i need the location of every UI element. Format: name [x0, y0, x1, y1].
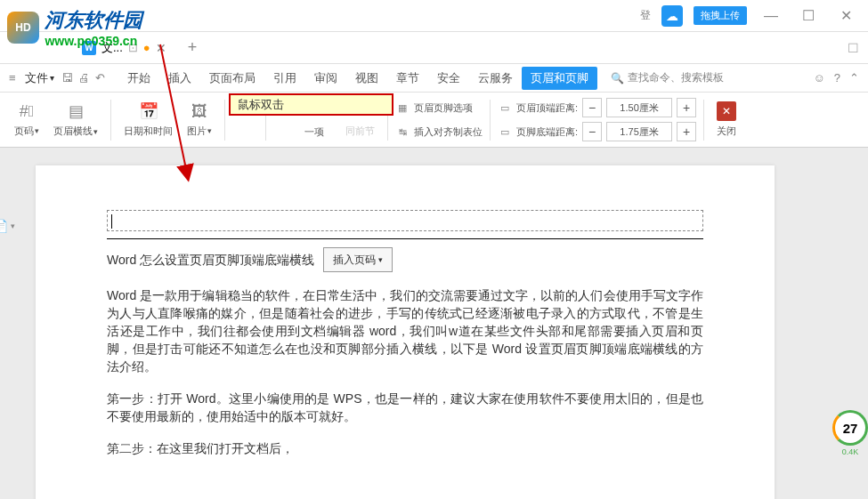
header-distance-minus[interactable]: −: [582, 98, 602, 117]
header-edit-region[interactable]: [107, 210, 703, 231]
tab-dot-icon: ●: [143, 41, 150, 54]
insert-page-number-button[interactable]: 插入页码 ▾: [323, 247, 393, 272]
watermark-logo-icon: [7, 12, 39, 44]
document-area: 📄▾ 页眉 Word 怎么设置页眉页脚顶端底端横线 插入页码 ▾ Word 是一…: [0, 148, 868, 499]
search-icon: 🔍: [611, 72, 624, 85]
header-distance-plus[interactable]: +: [677, 98, 696, 117]
menu-security[interactable]: 安全: [428, 67, 469, 90]
quick-save-icon[interactable]: 🖫: [61, 71, 73, 85]
footer-distance-label: 页脚底端距离:: [516, 125, 578, 139]
date-time-button[interactable]: 📅 日期和时间: [118, 95, 178, 145]
next-button[interactable]: 一项: [304, 121, 341, 142]
header-distance-input[interactable]: 1.50厘米: [606, 98, 672, 117]
header-line-button[interactable]: ▤ 页眉横线 ▾: [48, 95, 103, 145]
page-number-icon: #⃣: [20, 102, 35, 121]
menu-home[interactable]: 开始: [118, 67, 159, 90]
close-tab-icon[interactable]: ✕: [156, 41, 166, 55]
watermark: 河东软件园 www.pc0359.cn: [7, 7, 142, 48]
speed-widget[interactable]: 27 0.4K: [832, 410, 868, 463]
quick-undo-icon[interactable]: ↶: [95, 71, 105, 85]
paragraph-3: 第二步：在这里我们打开文档后，: [107, 439, 703, 457]
help-icon[interactable]: ?: [834, 71, 840, 85]
ruler-top-icon: ▭: [498, 102, 512, 114]
minimize-button[interactable]: —: [758, 7, 784, 25]
cloud-icon[interactable]: ☁: [661, 5, 683, 27]
document-title: Word 怎么设置页眉页脚顶端底端横线: [107, 251, 314, 269]
menu-section[interactable]: 章节: [387, 67, 428, 90]
watermark-url: www.pc0359.cn: [45, 34, 142, 48]
login-link[interactable]: 登: [640, 8, 651, 23]
footer-distance-plus[interactable]: +: [677, 122, 696, 141]
ruler-bottom-icon: ▭: [498, 126, 512, 138]
menu-view[interactable]: 视图: [346, 67, 387, 90]
menu-review[interactable]: 审阅: [305, 67, 346, 90]
tabs-list-icon[interactable]: ☐: [848, 41, 859, 55]
drag-upload-button[interactable]: 拖拽上传: [694, 6, 747, 25]
header-line-icon: ▤: [69, 101, 84, 121]
search-bar[interactable]: 🔍 查找命令、搜索模板: [611, 70, 724, 85]
footer-distance-input[interactable]: 1.75厘米: [606, 122, 672, 141]
menu-page-layout[interactable]: 页面布局: [200, 67, 264, 90]
menu-header-footer[interactable]: 页眉和页脚: [522, 67, 597, 90]
speed-label: 0.4K: [832, 447, 868, 456]
emoji-icon[interactable]: ☺: [813, 71, 824, 85]
collapse-ribbon-icon[interactable]: ⌃: [849, 71, 859, 85]
close-window-button[interactable]: ✕: [832, 7, 859, 25]
menu-references[interactable]: 引用: [264, 67, 305, 90]
picture-icon: 🖼: [191, 102, 207, 121]
calendar-icon: 📅: [139, 101, 158, 121]
menu-bar: ≡ 文件▾ 🖫 🖨 ↶ 开始 插入 页面布局 引用 审阅 视图 章节 安全 云服…: [0, 64, 868, 93]
doc-side-icon[interactable]: 📄▾: [0, 219, 7, 233]
close-x-icon: ✕: [717, 101, 736, 121]
maximize-button[interactable]: ☐: [795, 7, 822, 25]
ribbon: #⃣ 页码 ▾ ▤ 页眉横线 ▾ 📅 日期和时间 🖼 图片 ▾ ▭ ◧ 显示前一…: [0, 93, 868, 148]
watermark-title: 河东软件园: [45, 7, 142, 34]
quick-print-icon[interactable]: 🖨: [78, 71, 90, 85]
paragraph-1: Word 是一款用于编辑稳当的软件，在日常生活中，我们的交流需要通过文字，以前的…: [107, 286, 703, 375]
page-number-button[interactable]: #⃣ 页码 ▾: [9, 95, 45, 145]
footer-distance-minus[interactable]: −: [582, 122, 602, 141]
close-header-footer-button[interactable]: ✕ 关闭: [711, 95, 742, 145]
options-icon: ▦: [395, 102, 410, 114]
new-tab-button[interactable]: +: [188, 38, 198, 57]
file-menu[interactable]: 文件▾: [25, 70, 54, 86]
tooltip-double-click: 鼠标双击: [229, 93, 393, 116]
header-distance-label: 页眉顶端距离:: [516, 101, 578, 115]
insert-align-tab-button[interactable]: ↹ 插入对齐制表位: [395, 121, 483, 142]
document-page[interactable]: 📄▾ 页眉 Word 怎么设置页眉页脚顶端底端横线 插入页码 ▾ Word 是一…: [36, 165, 775, 499]
menu-hamburger-icon[interactable]: ≡: [9, 71, 16, 85]
picture-button[interactable]: 🖼 图片 ▾: [182, 95, 217, 145]
header-footer-options-button[interactable]: ▦ 页眉页脚选项: [395, 97, 483, 118]
menu-cloud[interactable]: 云服务: [469, 67, 522, 90]
tab-icon: ↹: [395, 126, 410, 138]
menu-insert[interactable]: 插入: [159, 67, 200, 90]
speed-value: 27: [832, 410, 868, 446]
paragraph-2: 第一步：打开 Word。这里小编使用的是 WPS，也是一样的，建议大家在使用软件…: [107, 390, 703, 425]
